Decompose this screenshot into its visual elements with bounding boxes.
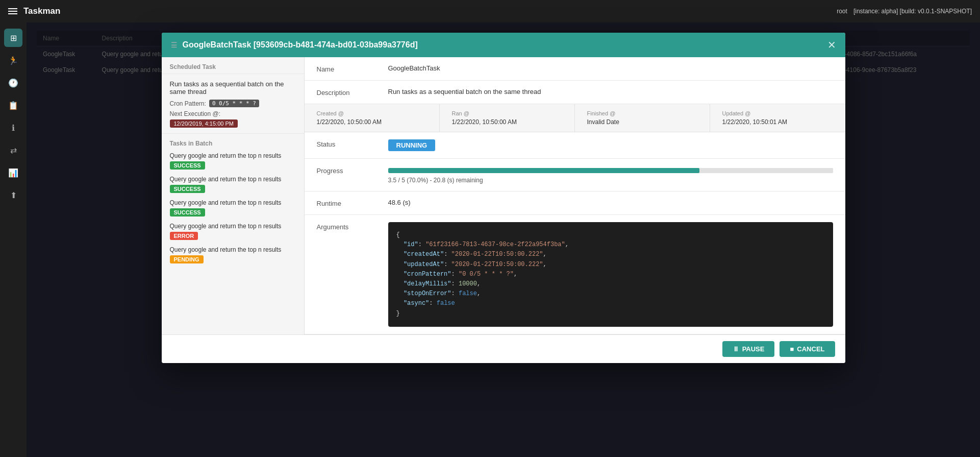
task-badge-0: SUCCESS — [170, 161, 205, 170]
created-header: Created @ — [317, 110, 427, 116]
updated-header: Updated @ — [722, 110, 833, 116]
modal-menu-icon[interactable]: ☰ — [171, 41, 178, 49]
sidebar-icon-grid[interactable]: ⊞ — [4, 29, 22, 47]
cron-value: 0 0/5 * * * ? — [209, 100, 259, 107]
created-value: 1/22/2020, 10:50:00 AM — [317, 118, 427, 126]
user-label: root — [837, 8, 847, 15]
task-badge-1: SUCCESS — [170, 185, 205, 193]
scheduled-task-name: Run tasks as a sequential batch on the s… — [170, 80, 296, 95]
code-id-key: "id" — [404, 241, 418, 248]
task-badge-3: ERROR — [170, 232, 198, 240]
modal-header: ☰ GoogleBatchTask [953609cb-b481-474a-bd… — [162, 33, 845, 57]
sidebar-icon-chart[interactable]: 📊 — [4, 163, 22, 182]
next-exec-time: 12/20/2019, 4:15:00 PM — [170, 119, 238, 128]
ran-cell: Ran @ 1/22/2020, 10:50:00 AM — [440, 104, 575, 132]
created-cell: Created @ 1/22/2020, 10:50:00 AM — [305, 104, 440, 132]
sidebar-icon-run[interactable]: 🏃 — [4, 51, 22, 69]
code-id-val: "61f23166-7813-4637-98ce-2f22a954f3ba" — [425, 241, 565, 248]
task-item-3: Query google and return the top n result… — [170, 223, 296, 240]
app-title: Taskman — [23, 6, 60, 16]
detail-progress: Progress 3.5 / 5 (70.0%) - 20.8 (s) rema… — [305, 159, 845, 191]
sidebar: ⊞ 🏃 🕐 📋 ℹ ⇄ 📊 ⬆ — [0, 22, 27, 457]
code-updatedat-key: "updatedAt" — [404, 261, 444, 268]
finished-value: Invalid Date — [587, 118, 697, 126]
sidebar-icon-list[interactable]: 📋 — [4, 96, 22, 114]
code-delaymillis-key: "delayMillis" — [404, 280, 451, 287]
code-updatedat-val: "2020-01-22T10:50:00.222" — [451, 261, 543, 268]
right-panel: Name GoogleBatchTask Description Run tas… — [305, 57, 845, 334]
updated-cell: Updated @ 1/22/2020, 10:50:01 AM — [710, 104, 845, 132]
pause-button[interactable]: ⏸ PAUSE — [722, 341, 775, 357]
ran-header: Ran @ — [452, 110, 562, 116]
code-createdat-key: "createdAt" — [404, 251, 444, 258]
sidebar-icon-export[interactable]: ⬆ — [4, 186, 22, 204]
code-async-key: "async" — [404, 300, 429, 307]
cancel-button[interactable]: ■ CANCEL — [780, 341, 835, 357]
modal-footer: ⏸ PAUSE ■ CANCEL — [162, 334, 845, 363]
scheduled-task-info: Run tasks as a sequential batch on the s… — [162, 74, 304, 134]
code-stoponerror-key: "stopOnError" — [404, 290, 451, 297]
navbar-left: Taskman — [8, 6, 60, 16]
task-name-1: Query google and return the top n result… — [170, 176, 296, 183]
runtime-label: Runtime — [317, 199, 388, 207]
code-delaymillis-val: 10000 — [459, 280, 477, 287]
modal-body: Scheduled Task Run tasks as a sequential… — [162, 57, 845, 334]
task-item-1: Query google and return the top n result… — [170, 176, 296, 193]
sidebar-icon-clock[interactable]: 🕐 — [4, 74, 22, 92]
modal-header-left: ☰ GoogleBatchTask [953609cb-b481-474a-bd… — [171, 40, 418, 50]
finished-cell: Finished @ Invalid Date — [575, 104, 710, 132]
next-exec-label: Next Execution @: — [170, 110, 296, 117]
pause-icon: ⏸ — [733, 345, 739, 353]
code-stoponerror-val: false — [459, 290, 477, 297]
code-cronpattern-val: "0 0/5 * * * ?" — [459, 271, 514, 278]
status-label: Status — [317, 139, 388, 148]
detail-runtime: Runtime 48.6 (s) — [305, 191, 845, 215]
navbar: Taskman root [instance: alpha] [build: v… — [0, 0, 980, 22]
instance-info: [instance: alpha] [build: v0.0.1-SNAPSHO… — [853, 8, 972, 15]
detail-status: Status RUNNING — [305, 132, 845, 159]
hamburger-menu[interactable] — [8, 8, 17, 14]
sidebar-icon-transfer[interactable]: ⇄ — [4, 141, 22, 159]
detail-description: Description Run tasks as a sequential ba… — [305, 81, 845, 104]
code-async-val: false — [437, 300, 455, 307]
modal: ☰ GoogleBatchTask [953609cb-b481-474a-bd… — [27, 22, 980, 457]
progress-text-row: 3.5 / 5 (70.0%) - 20.8 (s) remaining — [317, 175, 483, 184]
tasks-section-header: Tasks in Batch — [170, 140, 296, 147]
modal-close-button[interactable]: ✕ — [827, 40, 836, 50]
progress-label-row: Progress — [317, 166, 833, 175]
timestamps-grid: Created @ 1/22/2020, 10:50:00 AM Ran @ 1… — [305, 104, 845, 132]
updated-value: 1/22/2020, 10:50:01 AM — [722, 118, 833, 126]
running-badge: RUNNING — [388, 139, 436, 151]
navbar-right: root [instance: alpha] [build: v0.0.1-SN… — [837, 8, 972, 15]
description-value: Run tasks as a sequential batch on the s… — [388, 88, 833, 95]
scheduled-task-header: Scheduled Task — [162, 57, 304, 74]
code-cronpattern-key: "cronPattern" — [404, 271, 451, 278]
finished-header: Finished @ — [587, 110, 697, 116]
code-createdat-val: "2020-01-22T10:50:00.222" — [451, 251, 543, 258]
task-name-3: Query google and return the top n result… — [170, 223, 296, 230]
arguments-value: { "id": "61f23166-7813-4637-98ce-2f22a95… — [388, 222, 833, 327]
runtime-value: 48.6 (s) — [388, 199, 833, 206]
progress-label: Progress — [317, 166, 388, 175]
detail-arguments: Arguments { "id": "61f23166-7813-4637-98… — [305, 215, 845, 334]
cron-row: Cron Pattern: 0 0/5 * * * ? — [170, 100, 296, 107]
status-value: RUNNING — [388, 139, 833, 151]
cron-label: Cron Pattern: — [170, 100, 206, 107]
task-item-2: Query google and return the top n result… — [170, 199, 296, 217]
description-label: Description — [317, 88, 388, 97]
modal-container: ☰ GoogleBatchTask [953609cb-b481-474a-bd… — [162, 33, 845, 363]
progress-bar-fill — [388, 168, 699, 173]
pause-label: PAUSE — [742, 345, 765, 353]
tasks-in-batch-section: Tasks in Batch Query google and return t… — [162, 134, 304, 276]
task-name-2: Query google and return the top n result… — [170, 199, 296, 206]
task-item-4: Query google and return the top n result… — [170, 246, 296, 263]
task-item-0: Query google and return the top n result… — [170, 152, 296, 170]
cancel-label: CANCEL — [797, 345, 824, 353]
code-block: { "id": "61f23166-7813-4637-98ce-2f22a95… — [388, 222, 833, 327]
detail-name: Name GoogleBatchTask — [305, 57, 845, 81]
sidebar-icon-info[interactable]: ℹ — [4, 118, 22, 137]
arguments-label: Arguments — [317, 222, 388, 231]
name-label: Name — [317, 64, 388, 73]
progress-bar-bg — [388, 168, 833, 173]
cancel-icon: ■ — [790, 345, 794, 353]
